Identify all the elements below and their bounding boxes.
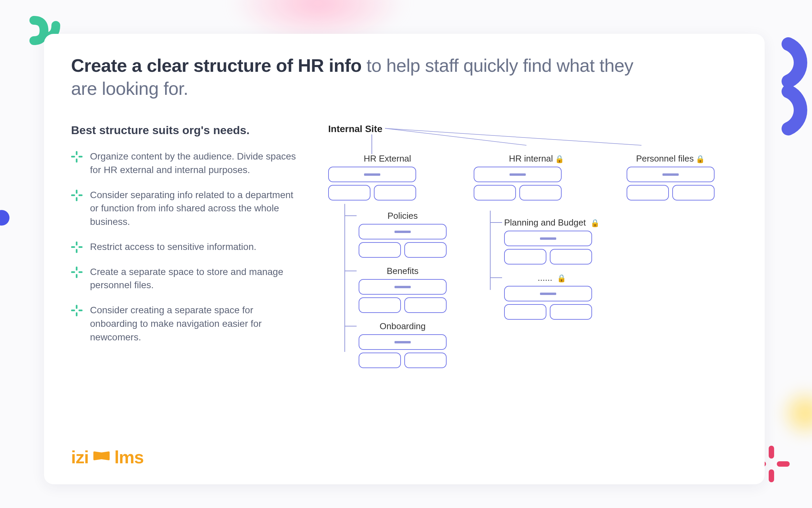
plus-icon [71, 267, 83, 278]
bullet-item: Create a separate space to store and man… [71, 265, 301, 292]
node-label: HR internal🔒 [474, 153, 600, 164]
lock-icon: 🔒 [557, 274, 566, 283]
structure-diagram: Internal Site HR External [321, 124, 738, 368]
bullet-text: Create a separate space to store and man… [90, 265, 301, 292]
placeholder-pill [404, 353, 447, 368]
logo-text-left: izi [71, 447, 89, 467]
node-block [359, 334, 447, 368]
sub-heading: Best structure suits org's needs. [71, 124, 301, 137]
placeholder-pill [550, 304, 592, 320]
placeholder-pill [359, 279, 447, 295]
tree-root-label: Internal Site [328, 124, 738, 134]
placeholder-pill [328, 167, 416, 182]
bullet-item: Consider creating a separate space for o… [71, 303, 301, 344]
tree-child: Onboarding [359, 321, 447, 368]
placeholder-pill [374, 185, 416, 200]
node-block [627, 167, 715, 200]
headline: Create a clear structure of HR info to h… [71, 54, 646, 100]
tree-child: Benefits [359, 266, 447, 313]
content-card: Create a clear structure of HR info to h… [44, 34, 765, 484]
bullet-text: Restrict access to sensitive information… [90, 240, 256, 254]
placeholder-pill [627, 185, 669, 200]
placeholder-pill [519, 185, 562, 200]
decoration-yellow-glow [778, 386, 812, 440]
tree-child: ...... 🔒 [504, 273, 600, 320]
decoration-blue-dot [0, 210, 9, 226]
headline-bold: Create a clear structure of HR info [71, 55, 362, 76]
decoration-blue-arcs [768, 34, 812, 156]
placeholder-pill [627, 167, 715, 182]
placeholder-pill [504, 304, 546, 320]
node-label: Policies [359, 211, 447, 221]
placeholder-pill [359, 353, 401, 368]
placeholder-pill [359, 224, 447, 239]
placeholder-pill [359, 242, 401, 258]
brand-logo: izi lms [71, 447, 144, 467]
tree-child: Policies [359, 211, 447, 258]
bullet-item: Organize content by the audience. Divide… [71, 150, 301, 177]
bullet-text: Organize content by the audience. Divide… [90, 150, 301, 177]
node-block [474, 167, 562, 200]
node-label: Personnel files🔒 [627, 153, 715, 164]
tree-column-1: HR External Policies [328, 153, 447, 368]
svg-rect-3 [777, 461, 790, 467]
bullet-item: Restrict access to sensitive information… [71, 240, 301, 254]
lock-icon: 🔒 [590, 219, 600, 228]
lock-icon: 🔒 [696, 155, 705, 164]
plus-icon [71, 190, 83, 201]
placeholder-pill [504, 249, 546, 264]
plus-icon [71, 241, 83, 253]
svg-rect-1 [769, 469, 774, 482]
placeholder-pill [550, 249, 592, 264]
node-block [359, 279, 447, 313]
tree-child: Planning and Budget 🔒 [504, 217, 600, 264]
svg-rect-0 [769, 446, 774, 459]
tree-vertical-line [371, 134, 372, 154]
node-label: ...... 🔒 [504, 273, 600, 283]
placeholder-pill [504, 286, 592, 301]
graduation-cap-icon [93, 451, 110, 463]
tree-column-3: Personnel files🔒 [627, 153, 715, 368]
placeholder-pill [359, 297, 401, 313]
node-label: HR External [328, 153, 447, 164]
node-label: Onboarding [359, 321, 447, 332]
plus-icon [71, 151, 83, 163]
bullet-item: Consider separating info related to a de… [71, 188, 301, 229]
node-label: Benefits [359, 266, 447, 276]
logo-text-right: lms [114, 447, 144, 467]
placeholder-pill [359, 334, 447, 350]
placeholder-pill [404, 297, 447, 313]
placeholder-pill [672, 185, 715, 200]
tree-column-2: HR internal🔒 Planning and Budget 🔒 [474, 153, 600, 368]
left-column: Best structure suits org's needs. Organi… [71, 124, 301, 368]
node-block [359, 224, 447, 258]
placeholder-pill [328, 185, 370, 200]
placeholder-pill [404, 242, 447, 258]
placeholder-pill [474, 185, 516, 200]
node-block [328, 167, 416, 200]
bullet-text: Consider creating a separate space for o… [90, 303, 301, 344]
placeholder-pill [504, 231, 592, 246]
plus-icon [71, 305, 83, 316]
node-label: Planning and Budget 🔒 [504, 217, 600, 228]
node-block [504, 231, 592, 264]
node-block [504, 286, 592, 320]
placeholder-pill [474, 167, 562, 182]
bullet-text: Consider separating info related to a de… [90, 188, 301, 229]
lock-icon: 🔒 [555, 155, 564, 164]
